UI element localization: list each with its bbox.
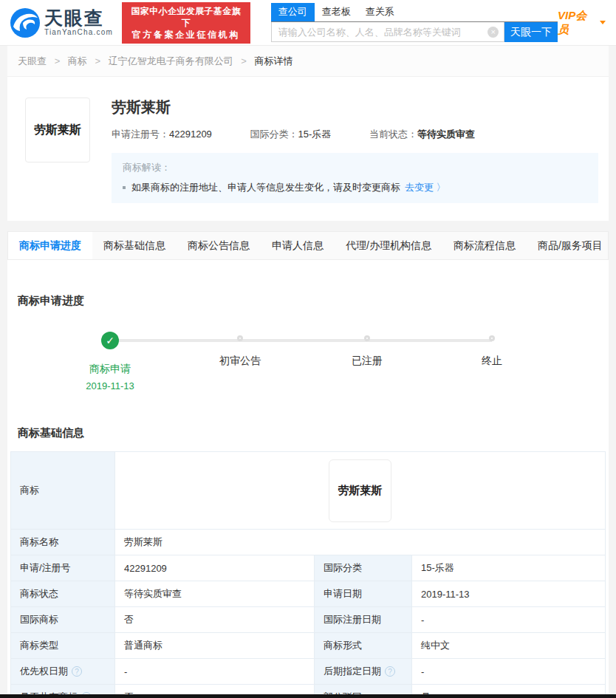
status-label: 当前状态：: [369, 129, 417, 140]
trademark-meta: 申请注册号：42291209 国际分类：15-乐器 当前状态：等待实质审查: [112, 128, 598, 141]
tip-heading: 商标解读：: [123, 161, 587, 174]
table-label: 国际注册日期: [315, 607, 412, 633]
table-label: 商标名称: [11, 530, 115, 555]
trademark-tip-box: 商标解读： 如果商标的注册地址、申请人等信息发生变化，请及时变更商标 去变更 〉: [112, 153, 598, 203]
search-tab-relation[interactable]: 查关系: [358, 3, 402, 21]
official-badge: 国家中小企业发展子基金旗下 官方备案企业征信机构: [122, 2, 250, 44]
search-tabs: 查公司 查老板 查关系: [271, 3, 558, 22]
bottom-window-edge: [0, 694, 616, 698]
table-label: 商标形式: [315, 633, 412, 659]
table-image-cell: 劳斯莱斯: [115, 452, 606, 530]
table-label: 国际商标: [11, 607, 115, 633]
tab-basic-info[interactable]: 商标基础信息: [92, 232, 177, 259]
pending-dot-icon: [364, 335, 370, 341]
table-value: 2019-11-13: [412, 581, 606, 607]
table-label-with-help: 优先权日期 ?: [11, 659, 115, 685]
timeline-step-registered: 已注册: [308, 324, 426, 368]
chevron-down-icon: [600, 21, 606, 24]
intl-class-label: 国际分类：: [250, 129, 298, 140]
clear-icon[interactable]: ×: [487, 27, 499, 38]
tianyancha-logo-icon: [10, 8, 40, 38]
trademark-title: 劳斯莱斯: [112, 97, 598, 117]
table-value: 等待实质审查: [115, 581, 315, 607]
breadcrumb-separator: >: [95, 55, 100, 66]
tab-agency-info[interactable]: 代理/办理机构信息: [335, 232, 442, 259]
status-value: 等待实质审查: [417, 129, 475, 140]
step-label: 终止: [433, 355, 551, 368]
reg-number-label: 申请注册号：: [112, 129, 169, 140]
table-label: 商标状态: [11, 581, 115, 607]
step-label: 已注册: [308, 355, 426, 368]
tab-goods-services[interactable]: 商品/服务项目: [527, 232, 614, 259]
header-search: 查公司 查老板 查关系 × 天眼一下: [271, 3, 558, 42]
timeline-step-terminated: 终止: [433, 324, 551, 368]
step-date: 2019-11-13: [51, 380, 169, 391]
table-value: 否: [115, 607, 315, 633]
step-label: 初审公告: [181, 355, 299, 368]
go-change-link[interactable]: 去变更 〉: [405, 181, 446, 194]
check-icon: ✓: [101, 332, 119, 349]
badge-line2: 官方备案企业征信机构: [129, 29, 244, 41]
table-value: 15-乐器: [412, 555, 606, 581]
table-value: 普通商标: [115, 633, 315, 659]
main-content: 商标申请进度 ✓ 商标申请 2019-11-13 初审公告 已注册 终止 商标: [7, 260, 609, 698]
timeline-step-applied: ✓ 商标申请 2019-11-13: [51, 324, 169, 391]
pending-dot-icon: [237, 335, 243, 341]
vip-menu[interactable]: VIP会员: [558, 9, 606, 37]
table-value: -: [115, 659, 315, 685]
table-label: 国际分类: [315, 555, 412, 581]
tianyancha-logo[interactable]: 天眼查 TianYanCha.com: [10, 8, 113, 38]
intl-class-value: 15-乐器: [298, 129, 331, 140]
trademark-image-small[interactable]: 劳斯莱斯: [329, 459, 391, 522]
tab-applicant-info[interactable]: 申请人信息: [261, 232, 335, 259]
reg-number-value: 42291209: [169, 129, 212, 140]
vip-label: VIP会员: [558, 9, 596, 37]
basic-info-table: 商标 劳斯莱斯 商标名称 劳斯莱斯 申请/注册号 42291209 国际分类 1…: [10, 451, 606, 698]
breadcrumb-separator: >: [55, 55, 61, 66]
trademark-image[interactable]: 劳斯莱斯: [25, 97, 90, 162]
table-value: 劳斯莱斯: [115, 530, 606, 555]
badge-line1: 国家中小企业发展子基金旗下: [129, 5, 244, 29]
step-label: 商标申请: [51, 363, 169, 376]
help-icon[interactable]: ?: [385, 666, 395, 677]
breadcrumb-company[interactable]: 辽宁亿智龙电子商务有限公司: [109, 55, 233, 66]
table-label: 后期指定日期: [324, 665, 381, 678]
breadcrumb-current: 商标详情: [255, 55, 293, 66]
tab-process-info[interactable]: 商标流程信息: [442, 232, 527, 259]
search-button[interactable]: 天眼一下: [504, 22, 558, 42]
detail-tabbar: 商标申请进度 商标基础信息 商标公告信息 申请人信息 代理/办理机构信息 商标流…: [7, 231, 609, 260]
tab-announcement-info[interactable]: 商标公告信息: [177, 232, 261, 259]
breadcrumb-home[interactable]: 天眼查: [18, 55, 47, 66]
search-tab-company[interactable]: 查公司: [271, 3, 315, 21]
top-header: 天眼查 TianYanCha.com 国家中小企业发展子基金旗下 官方备案企业征…: [0, 0, 616, 46]
table-label-with-help: 后期指定日期 ?: [315, 659, 412, 685]
table-label: 商标: [11, 452, 115, 530]
breadcrumb-separator: >: [241, 55, 247, 66]
table-label: 商标类型: [11, 633, 115, 659]
help-icon[interactable]: ?: [72, 666, 82, 677]
search-tab-boss[interactable]: 查老板: [315, 3, 358, 21]
breadcrumb: 天眼查 > 商标 > 辽宁亿智龙电子商务有限公司 > 商标详情: [7, 46, 609, 77]
application-timeline: ✓ 商标申请 2019-11-13 初审公告 已注册 终止: [7, 324, 609, 411]
basic-info-section-title: 商标基础信息: [18, 426, 609, 440]
tab-application-progress[interactable]: 商标申请进度: [8, 232, 92, 259]
logo-domain: TianYanCha.com: [44, 28, 113, 36]
table-value: 42291209: [115, 555, 315, 581]
search-input[interactable]: [271, 22, 504, 42]
trademark-overview-card: 劳斯莱斯 劳斯莱斯 申请注册号：42291209 国际分类：15-乐器 当前状态…: [7, 77, 609, 221]
table-value: -: [412, 607, 606, 633]
table-label: 申请日期: [315, 581, 412, 607]
table-value: -: [412, 659, 606, 685]
breadcrumb-trademark[interactable]: 商标: [68, 55, 87, 66]
tip-text: 如果商标的注册地址、申请人等信息发生变化，请及时变更商标: [131, 181, 400, 194]
table-label: 申请/注册号: [11, 555, 115, 581]
timeline-step-preliminary: 初审公告: [181, 324, 299, 368]
table-label: 优先权日期: [20, 665, 68, 678]
progress-section-title: 商标申请进度: [18, 294, 609, 308]
table-value: 纯中文: [412, 633, 606, 659]
logo-name: 天眼查: [44, 9, 113, 27]
pending-dot-icon: [489, 335, 495, 341]
bullet-icon: [123, 186, 126, 189]
